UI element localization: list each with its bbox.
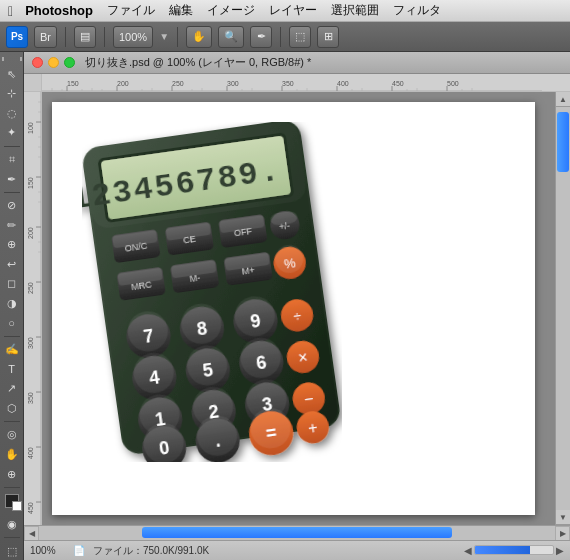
svg-text:500: 500: [447, 80, 459, 87]
toolbar-separator-1: [65, 27, 66, 47]
ruler-left-svg: 100 150 200 250 300 350 40: [24, 92, 42, 525]
lasso-tool[interactable]: ◌: [2, 105, 22, 123]
scroll-thumb-horizontal[interactable]: [142, 527, 452, 538]
scroll-right-button[interactable]: ▶: [555, 526, 570, 541]
svg-text:CE: CE: [183, 234, 197, 246]
svg-text:M+: M+: [241, 265, 255, 277]
history-brush-tool[interactable]: ↩: [2, 256, 22, 274]
doc-titlebar: 切り抜き.psd @ 100% (レイヤー 0, RGB/8#) *: [24, 52, 570, 74]
layout-button[interactable]: ⬚: [289, 26, 311, 48]
svg-text:200: 200: [27, 227, 34, 239]
close-button[interactable]: [32, 57, 43, 68]
quick-mask-tool[interactable]: ◉: [2, 516, 22, 534]
svg-text:150: 150: [67, 80, 79, 87]
toolbar-separator-2: [104, 27, 105, 47]
gradient-tool[interactable]: ◑: [2, 295, 22, 313]
text-tool[interactable]: T: [2, 360, 22, 378]
menu-file[interactable]: ファイル: [107, 2, 155, 19]
zoom-indicator: 100%: [30, 545, 65, 556]
move-tool[interactable]: ⇖: [2, 65, 22, 83]
tool-separator-5: [4, 487, 20, 488]
magic-wand-tool[interactable]: ✦: [2, 124, 22, 142]
tool-separator-1: [4, 146, 20, 147]
minimize-button[interactable]: [48, 57, 59, 68]
menu-items: ファイル 編集 イメージ レイヤー 選択範囲 フィルタ: [107, 2, 441, 19]
scroll-track-vertical[interactable]: [556, 107, 570, 510]
clone-tool[interactable]: ⊕: [2, 236, 22, 254]
arrange-button[interactable]: ⊞: [317, 26, 339, 48]
doc-title: 切り抜き.psd @ 100% (レイヤー 0, RGB/8#) *: [85, 55, 311, 70]
zoom-dropdown-icon[interactable]: ▼: [159, 31, 169, 42]
scroll-up-button[interactable]: ▲: [556, 92, 571, 107]
svg-text:350: 350: [27, 392, 34, 404]
traffic-lights: [32, 57, 75, 68]
doc-window: 切り抜き.psd @ 100% (レイヤー 0, RGB/8#) * 150 2…: [24, 52, 570, 560]
hand-tool[interactable]: ✋: [2, 446, 22, 464]
marquee-tool[interactable]: ⊹: [2, 85, 22, 103]
canvas-container: 150 200 250 300 350 400 45: [24, 74, 570, 560]
bottom-scrollbar: ◀ ▶: [24, 525, 570, 540]
app-name[interactable]: Photoshop: [25, 3, 93, 18]
canvas-scroll-area: 100 150 200 250 300 350 40: [24, 92, 570, 525]
workspace: ⇖ ⊹ ◌ ✦ ⌗ ✒ ⊘ ✏ ⊕ ↩ ◻ ◑ ○ ✍ T ↗ ⬡ ◎ ✋ ⊕ …: [0, 52, 570, 560]
toolbar-separator-3: [177, 27, 178, 47]
tool-separator-4: [4, 421, 20, 422]
eyedropper-button[interactable]: ✒: [250, 26, 272, 48]
svg-text:250: 250: [172, 80, 184, 87]
toolbar: Ps Br ▤ 100% ▼ ✋ 🔍 ✒ ⬚ ⊞: [0, 22, 570, 52]
svg-text:350: 350: [282, 80, 294, 87]
scroll-track-horizontal[interactable]: [39, 526, 555, 540]
menu-image[interactable]: イメージ: [207, 2, 255, 19]
svg-text:+/-: +/-: [279, 221, 291, 232]
note-tool[interactable]: ◎: [2, 426, 22, 444]
status-prev-button[interactable]: ◀: [464, 545, 472, 556]
svg-text:300: 300: [227, 80, 239, 87]
scroll-down-button[interactable]: ▼: [556, 510, 571, 525]
status-progress-bar: [474, 545, 554, 555]
svg-text:450: 450: [392, 80, 404, 87]
svg-text:250: 250: [27, 282, 34, 294]
scroll-left-button[interactable]: ◀: [24, 526, 39, 541]
menu-select[interactable]: 選択範囲: [331, 2, 379, 19]
screen-mode-tool[interactable]: ⬚: [2, 542, 22, 560]
ruler-row: 150 200 250 300 350 400 45: [24, 74, 570, 92]
zoom-tool[interactable]: ⊕: [2, 465, 22, 483]
hand-tool-button[interactable]: ✋: [186, 26, 212, 48]
scrollbar-right: ▲ ▼: [555, 92, 570, 525]
ps-logo: Ps: [6, 26, 28, 48]
zoom-select[interactable]: 100%: [113, 26, 153, 48]
menu-layer[interactable]: レイヤー: [269, 2, 317, 19]
ruler-left: 100 150 200 250 300 350 40: [24, 92, 42, 525]
ruler-top-svg: 150 200 250 300 350 400 45: [42, 74, 570, 92]
shape-tool[interactable]: ⬡: [2, 400, 22, 418]
image-mode-button[interactable]: ▤: [74, 26, 96, 48]
bridge-button[interactable]: Br: [34, 26, 57, 48]
maximize-button[interactable]: [64, 57, 75, 68]
status-icon: 📄: [73, 545, 85, 556]
canvas-main: 123456789. ON/C CE: [42, 92, 555, 525]
crop-tool[interactable]: ⌗: [2, 151, 22, 169]
brush-tool[interactable]: ✏: [2, 216, 22, 234]
tools-panel: ⇖ ⊹ ◌ ✦ ⌗ ✒ ⊘ ✏ ⊕ ↩ ◻ ◑ ○ ✍ T ↗ ⬡ ◎ ✋ ⊕ …: [0, 52, 24, 560]
pen-tool[interactable]: ✍: [2, 341, 22, 359]
svg-text:150: 150: [27, 177, 34, 189]
calculator-image: 123456789. ON/C CE: [82, 122, 342, 462]
tool-separator-3: [4, 336, 20, 337]
white-canvas: 123456789. ON/C CE: [52, 102, 535, 515]
svg-text:450: 450: [27, 502, 34, 514]
apple-menu[interactable]: : [8, 3, 13, 19]
eraser-tool[interactable]: ◻: [2, 275, 22, 293]
menu-bar:  Photoshop ファイル 編集 イメージ レイヤー 選択範囲 フィルタ: [0, 0, 570, 22]
svg-text:300: 300: [27, 337, 34, 349]
status-next-button[interactable]: ▶: [556, 545, 564, 556]
ruler-top: 150 200 250 300 350 400 45: [42, 74, 570, 92]
scroll-thumb-vertical[interactable]: [557, 112, 569, 172]
menu-edit[interactable]: 編集: [169, 2, 193, 19]
menu-filter[interactable]: フィルタ: [393, 2, 441, 19]
eyedropper-tool[interactable]: ✒: [2, 170, 22, 188]
path-tool[interactable]: ↗: [2, 380, 22, 398]
dodge-tool[interactable]: ○: [2, 314, 22, 332]
zoom-tool-button[interactable]: 🔍: [218, 26, 244, 48]
status-nav: ◀ ▶: [464, 545, 564, 556]
healing-brush-tool[interactable]: ⊘: [2, 197, 22, 215]
